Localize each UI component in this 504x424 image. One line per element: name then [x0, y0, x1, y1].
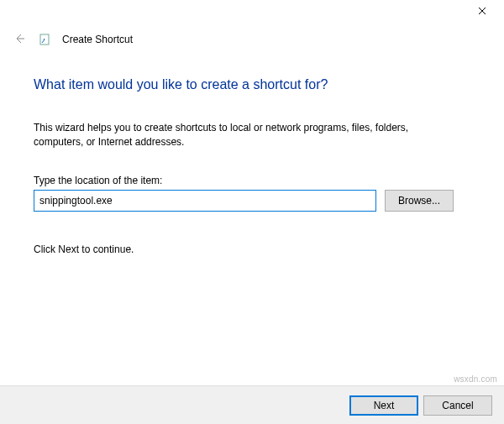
titlebar	[0, 0, 504, 27]
shortcut-wizard-icon	[39, 34, 50, 45]
back-arrow-icon	[13, 33, 25, 47]
header-row: Create Shortcut	[0, 27, 504, 47]
wizard-title: Create Shortcut	[62, 34, 133, 45]
browse-button[interactable]: Browse...	[385, 190, 454, 212]
watermark: wsxdn.com	[454, 374, 497, 384]
location-input[interactable]	[34, 190, 376, 212]
continue-hint: Click Next to continue.	[34, 243, 470, 255]
footer: Next Cancel	[0, 385, 504, 424]
location-row: Browse...	[34, 190, 470, 212]
close-button[interactable]	[463, 0, 501, 24]
close-icon	[478, 6, 486, 18]
page-heading: What item would you like to create a sho…	[34, 77, 470, 92]
back-button[interactable]	[12, 32, 27, 47]
next-button[interactable]: Next	[349, 395, 418, 416]
cancel-button[interactable]: Cancel	[423, 395, 492, 416]
content-area: What item would you like to create a sho…	[0, 77, 504, 255]
wizard-description: This wizard helps you to create shortcut…	[34, 121, 437, 149]
location-label: Type the location of the item:	[34, 175, 470, 186]
